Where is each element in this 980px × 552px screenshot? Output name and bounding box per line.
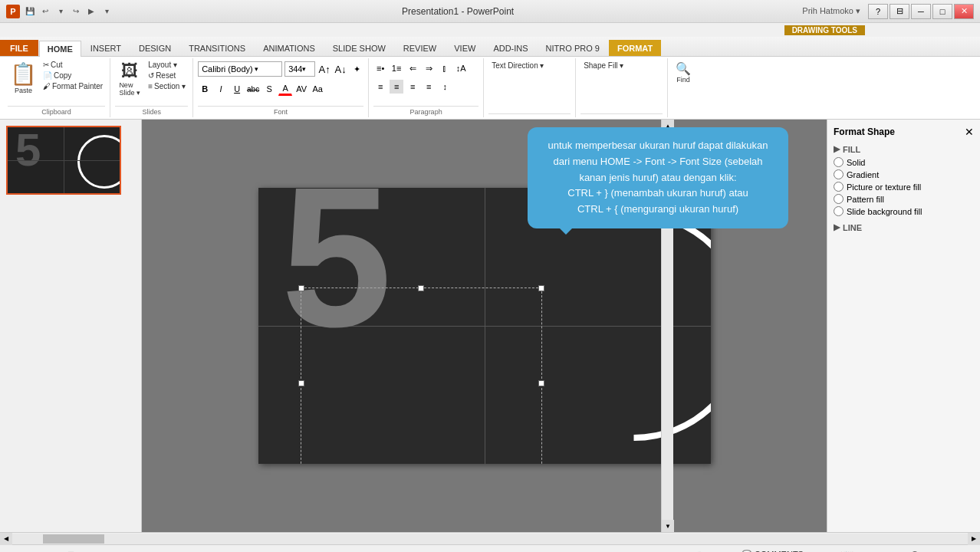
ribbon-toggle-btn[interactable]: ⊟ (890, 4, 909, 19)
minimize-btn[interactable]: ─ (911, 4, 931, 19)
font-color-btn[interactable]: A (278, 82, 292, 96)
font-size-box[interactable]: 344 ▾ (284, 61, 315, 77)
undo-arrow[interactable]: ▾ (54, 5, 67, 18)
redo-btn[interactable]: ↪ (69, 5, 83, 18)
tab-view[interactable]: VIEW (446, 40, 484, 56)
tab-design[interactable]: DESIGN (130, 40, 179, 56)
close-btn[interactable]: ✕ (954, 4, 974, 19)
handle-top-left[interactable] (298, 285, 304, 291)
save-btn[interactable]: 💾 (23, 5, 37, 18)
increase-indent-btn[interactable]: ⇒ (422, 61, 436, 75)
paragraph-content: ≡• 1≡ ⇐ ⇒ ⫿ ↕A ≡ ≡ ≡ ≡ ↕ (373, 60, 478, 106)
paste-label: Paste (15, 87, 32, 94)
scroll-down-btn[interactable]: ▼ (662, 520, 674, 532)
scroll-left-btn[interactable]: ◀ (0, 533, 12, 545)
fill-solid-radio[interactable] (834, 157, 844, 167)
tab-review[interactable]: REVIEW (395, 40, 445, 56)
handle-mid-left[interactable] (298, 380, 304, 386)
slide-canvas[interactable]: 5 (258, 188, 711, 464)
align-row: ≡ ≡ ≡ ≡ ↕ (373, 80, 452, 94)
maximize-btn[interactable]: □ (932, 4, 952, 19)
help-btn[interactable]: ? (868, 4, 888, 19)
fill-chevron[interactable]: ▶ (834, 144, 840, 154)
tab-format[interactable]: FORMAT (609, 40, 661, 56)
fit-window-btn[interactable]: ⊞ (965, 549, 974, 553)
shadow-btn[interactable]: S (262, 82, 276, 96)
fill-gradient-radio[interactable] (834, 169, 844, 179)
char-spacing-btn[interactable]: AV (294, 82, 308, 96)
align-center-btn[interactable]: ≡ (390, 80, 403, 94)
layout-button[interactable]: Layout ▾ (146, 60, 188, 70)
h-scroll-thumb[interactable] (43, 534, 104, 544)
view-slidesorter-btn[interactable]: ⊡ (825, 549, 834, 553)
font-size: 344 (288, 64, 302, 74)
reset-button[interactable]: ↺ Reset (146, 71, 188, 80)
numbering-btn[interactable]: 1≡ (390, 61, 403, 75)
tab-slideshow[interactable]: SLIDE SHOW (324, 40, 394, 56)
columns-btn[interactable]: ⫿ (438, 61, 452, 75)
tab-file[interactable]: FILE (0, 40, 38, 56)
tab-home[interactable]: HOME (39, 41, 81, 57)
bold-btn[interactable]: B (198, 82, 212, 96)
slide-thumbnail[interactable]: 5 (6, 126, 121, 195)
italic-btn[interactable]: I (214, 82, 228, 96)
handle-mid-right[interactable] (538, 380, 544, 386)
underline-btn[interactable]: U (230, 82, 244, 96)
more-btn[interactable]: ▾ (100, 5, 113, 18)
tab-insert[interactable]: INSERT (82, 40, 130, 56)
font-name-box[interactable]: Calibri (Body) ▾ (198, 61, 282, 77)
decrease-indent-btn[interactable]: ⇐ (406, 61, 419, 75)
tab-nitro[interactable]: NITRO PRO 9 (538, 40, 608, 56)
strikethrough-btn[interactable]: abc (246, 82, 260, 96)
new-slide-button[interactable]: 🖼NewSlide ▾ (115, 60, 144, 98)
find-button[interactable]: 🔍Find (673, 60, 694, 85)
text-direction-btn[interactable]: ↕A (454, 61, 468, 75)
format-painter-button[interactable]: 🖌 Format Painter (41, 81, 105, 91)
grow-font-btn[interactable]: A↑ (317, 62, 331, 76)
present-btn[interactable]: ▶ (84, 5, 98, 18)
view-slideshow-btn[interactable]: ▶ (860, 549, 868, 553)
undo-btn[interactable]: ↩ (38, 5, 52, 18)
shrink-font-btn[interactable]: A↓ (334, 62, 347, 76)
tab-transitions[interactable]: TRANSITIONS (180, 40, 254, 56)
fill-picture-label: Picture or texture fill (847, 182, 921, 192)
tab-animations[interactable]: ANIMATIONS (255, 40, 324, 56)
change-case-btn[interactable]: Aa (311, 82, 324, 96)
view-normal-btn[interactable]: ⊞ (810, 549, 819, 553)
align-left-btn[interactable]: ≡ (373, 80, 387, 94)
line-chevron[interactable]: ▶ (834, 222, 840, 232)
fill-label: FILL (843, 145, 860, 154)
panel-close-btn[interactable]: ✕ (965, 126, 974, 138)
drawing-tools-label: DRAWING TOOLS (784, 25, 865, 35)
view-reading-btn[interactable]: 📖 (840, 549, 853, 553)
fill-background-radio[interactable] (834, 206, 844, 216)
fill-gradient-label: Gradient (847, 170, 879, 179)
slides-group: 🖼NewSlide ▾ Layout ▾ ↺ Reset ≡ Section ▾… (110, 58, 193, 117)
section-button[interactable]: ≡ Section ▾ (146, 81, 188, 91)
right-panel: Format Shape ✕ ▶ FILL Solid Gradient Pic… (827, 120, 980, 532)
font-size-dropdown[interactable]: ▾ (302, 65, 306, 73)
fill-picture-radio[interactable] (834, 182, 844, 192)
align-right-btn[interactable]: ≡ (406, 80, 419, 94)
fill-pattern-radio[interactable] (834, 194, 844, 204)
tab-addins[interactable]: ADD-INS (485, 40, 536, 56)
copy-button[interactable]: 📄 Copy (41, 71, 105, 80)
font-dropdown-icon[interactable]: ▾ (255, 65, 258, 73)
horizontal-scrollbar[interactable]: ◀ ▶ (0, 532, 980, 544)
title-bar-left: P 💾 ↩ ▾ ↪ ▶ ▾ (6, 5, 113, 18)
clipboard-content: 📋Paste ✂ Cut 📄 Copy 🖌 Format Painter (8, 60, 105, 106)
clear-format-btn[interactable]: ✦ (350, 62, 363, 76)
bullets-btn[interactable]: ≡• (373, 61, 387, 75)
title-bar: P 💾 ↩ ▾ ↪ ▶ ▾ Presentation1 - PowerPoint… (0, 0, 980, 23)
scroll-right-btn[interactable]: ▶ (968, 533, 980, 545)
selection-box[interactable] (301, 288, 542, 464)
line-spacing-btn[interactable]: ↕ (438, 80, 452, 94)
justify-btn[interactable]: ≡ (422, 80, 436, 94)
text-direction-label: Text Direction ▾ (488, 60, 547, 71)
paste-button[interactable]: 📋Paste (8, 60, 39, 96)
fill-title: ▶ FILL (834, 144, 974, 154)
handle-top-mid[interactable] (418, 285, 424, 291)
cut-button[interactable]: ✂ Cut (41, 60, 105, 70)
handle-top-right[interactable] (538, 285, 544, 291)
fill-solid-label: Solid (847, 158, 865, 167)
